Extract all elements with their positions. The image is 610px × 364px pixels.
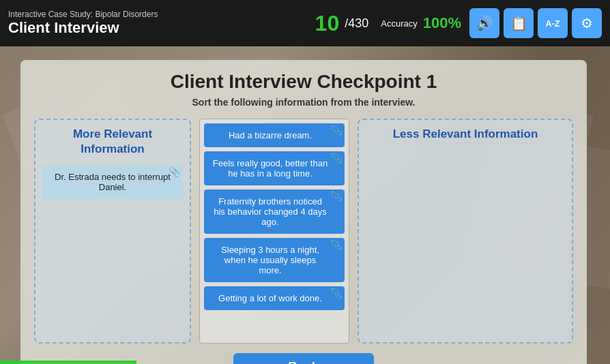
score-value: 10: [315, 11, 340, 36]
center-item-0[interactable]: Had a bizarre dream.: [204, 123, 345, 147]
header-subtitle: Interactive Case Study: Bipolar Disorder…: [8, 10, 315, 19]
less-relevant-column: Less Relevant Information: [358, 119, 573, 344]
header-title: Client Interview: [8, 19, 315, 37]
center-item-1[interactable]: Feels really good, better than he has in…: [204, 151, 345, 185]
accuracy-value: 100%: [423, 14, 461, 32]
more-relevant-title: More Relevant Information: [42, 127, 183, 157]
center-item-2[interactable]: Fraternity brothers noticed his behavior…: [204, 189, 345, 234]
header-icons: 🔊 📋 A-Z ⚙: [469, 8, 602, 38]
header-center: 10 /430 Accuracy 100%: [315, 11, 461, 36]
less-relevant-title: Less Relevant Information: [366, 127, 565, 142]
columns: More Relevant Information Dr. Estrada ne…: [34, 119, 573, 344]
content-card: Client Interview Checkpoint 1 Sort the f…: [20, 60, 587, 364]
progress-bar: [0, 361, 136, 364]
background: Client Interview Checkpoint 1 Sort the f…: [0, 46, 610, 364]
volume-button[interactable]: 🔊: [469, 8, 499, 38]
center-column: Had a bizarre dream. Feels really good, …: [199, 119, 349, 344]
back-button[interactable]: Back: [233, 353, 373, 364]
header: Interactive Case Study: Bipolar Disorder…: [0, 0, 610, 46]
center-items-list[interactable]: Had a bizarre dream. Feels really good, …: [200, 119, 349, 343]
center-item-4[interactable]: Getting a lot of work done.: [204, 286, 345, 310]
score-total: /430: [345, 16, 368, 31]
more-relevant-item-0[interactable]: Dr. Estrada needs to interrupt Daniel.: [42, 165, 183, 199]
checkpoint-subtitle: Sort the following information from the …: [34, 97, 573, 108]
checkpoint-title: Client Interview Checkpoint 1: [34, 71, 573, 93]
glossary-button[interactable]: A-Z: [538, 8, 568, 38]
center-item-3[interactable]: Sleeping 3 hours a night, when he usuall…: [204, 238, 345, 282]
header-left: Interactive Case Study: Bipolar Disorder…: [8, 10, 315, 37]
accuracy-label: Accuracy: [381, 18, 417, 29]
notes-button[interactable]: 📋: [504, 8, 534, 38]
settings-button[interactable]: ⚙: [572, 8, 602, 38]
more-relevant-column: More Relevant Information Dr. Estrada ne…: [34, 119, 191, 344]
